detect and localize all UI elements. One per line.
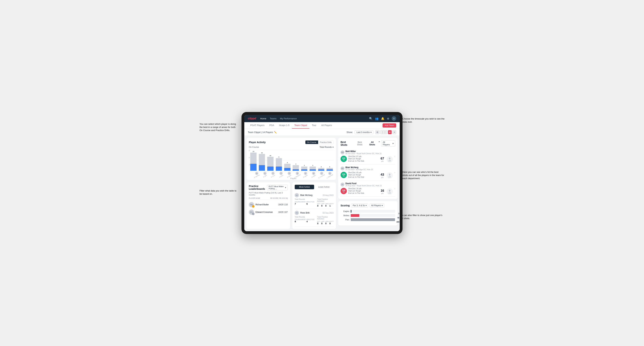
leaderboard-header: Practice Leaderboards PUTT Must Make Put… — [249, 185, 288, 190]
arg-header-2: ARG — [325, 220, 329, 222]
tab-team-clippd[interactable]: Team Clippd — [292, 122, 310, 129]
people-icon[interactable]: 👥 — [375, 117, 378, 120]
shot-chevron-3[interactable]: › — [394, 187, 395, 190]
tab-most-active[interactable]: Most Active — [295, 185, 314, 189]
pb-score: 19/20 — [278, 203, 284, 206]
app-logo: clippd — [248, 117, 256, 120]
shot-start-lie-1: Start Lie: Rough — [348, 158, 378, 160]
best-shots-header: Best Shots Best Shots All Shots ▾ All Pl… — [340, 140, 395, 147]
best-shots-card: Best Shots Best Shots All Shots ▾ All Pl… — [338, 138, 398, 199]
all-shots-toggle-btn[interactable]: All Shots — [367, 141, 378, 147]
shot-meta-3: 24 Aug 2023 · Royal North Devon GC, Hole… — [346, 185, 382, 187]
time-filter-dropdown[interactable]: Last 3 months ▾ — [354, 130, 373, 134]
practice-row: GTT 0 APP 0 — [317, 203, 334, 207]
shot-player-name-1: Matt Miller — [346, 150, 382, 153]
player-name-2: Rees Britt — [300, 212, 310, 214]
shot-metrics-3: 16 yds 0 yds — [379, 188, 393, 195]
view-icons: ⊞ ⋮⋮ ♥ ≡ — [375, 130, 396, 134]
tab-all-players[interactable]: All Players — [319, 122, 334, 129]
bell-icon[interactable]: 🔔 — [381, 117, 384, 120]
shot-metric-unit-1: yds — [379, 161, 386, 162]
leaderboard-subtitle: PUTT Must Make Putting (3-6 ft), Last 3 … — [249, 192, 288, 196]
shot-metric-zero-val-3: 0 — [389, 189, 390, 192]
chevron-down-icon: ▾ — [332, 146, 334, 148]
chevron-down-icon: ▾ — [370, 131, 372, 134]
left-column: Player Activity On Course Practice Drill… — [246, 138, 336, 229]
practice-drills-toggle[interactable]: Practice Drills — [318, 141, 334, 144]
x-avatar: EE. Ebert — [286, 172, 293, 177]
nav-link-myperformance[interactable]: My Performance — [280, 117, 296, 120]
chart-filter-dropdown[interactable]: Total Rounds ▾ — [320, 146, 334, 148]
bar-value-label: 3 — [312, 165, 313, 166]
add-team-button[interactable]: Add Team — [382, 123, 396, 128]
shot-chevron-2[interactable]: › — [394, 171, 395, 174]
add-circle-icon[interactable]: ⊕ — [387, 117, 389, 120]
player-name: Edward Crossman — [256, 211, 273, 213]
total-rounds-label: Total Rounds — [295, 198, 316, 200]
show-controls: Show: Last 3 months ▾ ⊞ ⋮⋮ ♥ ≡ — [346, 130, 396, 134]
bar-fill — [326, 168, 333, 171]
bar-value-label: 3 — [304, 165, 304, 166]
activity-player-card: BM Blair McHarg 26 Aug 2023 Total Rounds — [295, 191, 334, 209]
player-avatar: RB 1 — [249, 202, 254, 207]
tab-tour[interactable]: Tour — [310, 122, 319, 129]
scoring-row-pars: Pars 499 — [340, 218, 395, 221]
putt-val: 1 — [330, 205, 334, 207]
shot-metric-dist-2: 43 yds — [379, 173, 386, 178]
most-active-card: Most Active Least Active BM Blair McHarg — [292, 182, 336, 229]
bar-fill — [301, 167, 308, 171]
shot-metrics-2: 43 yds 0 yds — [379, 172, 393, 178]
x-axis-label: Players — [253, 177, 334, 179]
drill-filter-dropdown[interactable]: PUTT Must Make Putting ... ▾ — [267, 185, 288, 190]
team-title: Team Clippd | 14 Players ✏️ — [248, 131, 277, 134]
shot-badge-2: 200 SG — [340, 172, 347, 178]
bar-highlight — [259, 165, 265, 171]
gtt-val-2: 0 — [317, 222, 320, 225]
bar-value-label: 9 — [278, 156, 279, 158]
bar-group: 2 — [317, 150, 325, 171]
time-filter-value: Last 3 months — [356, 131, 370, 134]
shot-chevron-1[interactable]: › — [394, 155, 395, 158]
card-header: Player Activity On Course Practice Drill… — [249, 140, 334, 144]
shot-details-1: Shot Dist: 67 yds Start Lie: Rough End L… — [348, 156, 378, 162]
pars-val: 499 — [396, 221, 399, 223]
pb-avg: 107 — [284, 211, 288, 213]
scoring-filter1-label: Par 3, 4 & 5s — [352, 204, 365, 207]
chevron-down-icon[interactable]: ▾ — [379, 141, 380, 147]
total-practice-group-2: Total Practice Activities GTT 0 APP — [317, 216, 334, 225]
edit-icon[interactable]: ✏️ — [274, 131, 277, 134]
search-icon[interactable]: 🔍 — [369, 117, 372, 120]
eagles-bar-wrap: 3 — [351, 210, 395, 213]
avatar[interactable]: U — [392, 116, 396, 121]
list-view-button[interactable]: ≡ — [392, 130, 396, 134]
tournament-val: 7 — [295, 203, 306, 205]
all-players-dropdown[interactable]: All Players ▾ — [381, 140, 395, 147]
nav-link-home[interactable]: Home — [260, 117, 266, 120]
heart-view-button[interactable]: ♥ — [388, 130, 392, 134]
grid-view-button[interactable]: ⊞ — [375, 130, 380, 134]
scoring-filter2-dropdown[interactable]: All Players ▾ — [370, 204, 384, 207]
bar-highlight — [276, 167, 282, 171]
nav-link-teams[interactable]: Teams — [270, 117, 276, 120]
player-info: EC 2 Edward Crossman — [249, 209, 278, 215]
player-avatar: EC 2 — [249, 209, 254, 215]
bar-group: 5 — [284, 150, 291, 171]
best-shots-toggle-btn[interactable]: Best Shots — [354, 141, 366, 147]
bottom-row: Practice Leaderboards PUTT Must Make Put… — [246, 182, 336, 229]
app-header: APP — [321, 203, 324, 205]
bar-group: 12 — [258, 150, 266, 171]
tab-least-active[interactable]: Least Active — [314, 185, 334, 189]
team-header: Team Clippd | 14 Players ✏️ Show: Last 3… — [244, 129, 400, 136]
bar-highlight — [326, 169, 333, 171]
grid2-view-button[interactable]: ⋮⋮ — [380, 130, 387, 134]
nav-icons: 🔍 👥 🔔 ⊕ U — [369, 116, 396, 121]
on-course-toggle[interactable]: On Course — [306, 141, 318, 144]
tab-pgat-players[interactable]: PGAT Players — [248, 122, 267, 129]
team-name: Team Clippd | 14 Players — [248, 131, 273, 134]
shot-player-2: BM Blair McHarg 23 Jul 2023 · Ashridge G… — [340, 166, 393, 171]
scoring-filter1-dropdown[interactable]: Par 3, 4 & 5s ▾ — [351, 204, 368, 207]
tab-pga[interactable]: PGA — [267, 122, 276, 129]
tab-hcaps[interactable]: Hcaps 1-5 — [277, 122, 292, 129]
rank-badge-silver: 2 — [252, 213, 254, 215]
activity-player-header-2: RB Rees Britt 02 Sep 2023 — [295, 211, 334, 215]
